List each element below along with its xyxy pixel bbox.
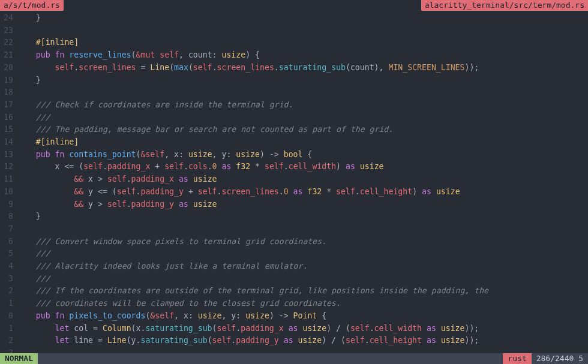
line-number: 11 [0,173,17,186]
code-content[interactable]: && y <= (self.padding_y + self.screen_li… [17,186,588,198]
code-line[interactable]: 24 } [0,12,588,25]
line-number: 5 [0,248,17,260]
line-number: 16 [0,112,17,124]
code-content[interactable]: let col = Column(x.saturating_sub(self.p… [17,323,588,335]
code-content[interactable]: && x > self.padding_x as usize [17,173,588,186]
code-line[interactable]: 23 [0,25,588,37]
buffer-path-short: a/s/t/mod.rs [0,0,64,11]
buffer-path-full: alacritty_terminal/src/term/mod.rs [421,0,588,11]
line-number: 0 [0,310,17,323]
line-number: 1 [0,297,17,310]
line-number: 13 [0,149,17,161]
code-line[interactable]: 1 let col = Column(x.saturating_sub(self… [0,323,588,335]
code-content[interactable]: let line = Line(y.saturating_sub(self.pa… [17,335,588,347]
line-number: 22 [0,37,17,49]
line-number: 1 [0,323,17,335]
code-content[interactable]: /// If the coordinates are outside of th… [17,285,588,297]
code-editor[interactable]: 24 }2322 #[inline]21 pub fn reserve_line… [0,11,588,364]
code-content[interactable]: x <= (self.padding_x + self.cols.0 as f3… [17,161,588,173]
language-indicator: rust [503,353,531,364]
line-number: 19 [0,74,17,87]
code-line[interactable]: 2 let line = Line(y.saturating_sub(self.… [0,335,588,347]
line-number: 21 [0,49,17,62]
code-content[interactable]: } [17,12,588,25]
code-line[interactable]: 21 pub fn reserve_lines(&mut self, count… [0,49,588,62]
line-number: 9 [0,198,17,211]
code-line[interactable]: 18 [0,86,588,99]
line-number: 20 [0,62,17,74]
code-content[interactable]: /// Convert window space pixels to termi… [17,236,588,248]
code-content[interactable]: #[inline] [17,37,588,49]
line-number: 17 [0,99,17,112]
code-content[interactable]: pub fn contains_point(&self, x: usize, y… [17,149,588,161]
line-number: 24 [0,12,17,25]
code-line[interactable]: 3 /// [0,273,588,285]
line-number: 6 [0,236,17,248]
line-number: 2 [0,335,17,347]
code-content[interactable]: /// The padding, message bar or search a… [17,124,588,136]
code-line[interactable]: 6 /// Convert window space pixels to ter… [0,236,588,248]
code-line[interactable]: 16 /// [0,112,588,124]
code-content[interactable]: /// Alacritty indeed looks just like a t… [17,260,588,273]
mode-indicator: NORMAL [0,353,38,364]
code-content[interactable]: } [17,210,588,223]
code-content[interactable]: /// [17,112,588,124]
code-line[interactable]: 11 && x > self.padding_x as usize [0,173,588,186]
code-line[interactable]: 15 /// The padding, message bar or searc… [0,124,588,136]
code-content[interactable]: /// Check if coordinates are inside the … [17,99,588,112]
code-content[interactable]: /// [17,273,588,285]
line-number: 14 [0,136,17,149]
code-content[interactable] [17,25,588,37]
code-content[interactable] [17,223,588,236]
line-number: 2 [0,285,17,297]
cursor-position: 286/2440 5 [532,353,588,364]
code-content[interactable]: && y > self.padding_y as usize [17,198,588,211]
top-bar: a/s/t/mod.rs alacritty_terminal/src/term… [0,0,588,11]
code-content[interactable]: #[inline] [17,136,588,149]
line-number: 18 [0,86,17,99]
code-line[interactable]: 10 && y <= (self.padding_y + self.screen… [0,186,588,198]
status-bar: NORMAL rust 286/2440 5 [0,353,588,364]
line-number: 8 [0,210,17,223]
code-line[interactable]: 4 /// Alacritty indeed looks just like a… [0,260,588,273]
code-line[interactable]: 9 && y > self.padding_y as usize [0,198,588,211]
code-line[interactable]: 7 [0,223,588,236]
code-content[interactable]: pub fn reserve_lines(&mut self, count: u… [17,49,588,62]
code-line[interactable]: 22 #[inline] [0,37,588,49]
code-line[interactable]: 14 #[inline] [0,136,588,149]
code-line[interactable]: 5 /// [0,248,588,260]
code-line[interactable]: 19 } [0,74,588,87]
line-number: 23 [0,25,17,37]
line-number: 7 [0,223,17,236]
code-line[interactable]: 12 x <= (self.padding_x + self.cols.0 as… [0,161,588,173]
line-number: 3 [0,273,17,285]
line-number: 4 [0,260,17,273]
code-line[interactable]: 2 /// If the coordinates are outside of … [0,285,588,297]
code-content[interactable] [17,86,588,99]
code-line[interactable]: 0 pub fn pixels_to_coords(&self, x: usiz… [0,310,588,323]
code-line[interactable]: 20 self.screen_lines = Line(max(self.scr… [0,62,588,74]
code-line[interactable]: 1 /// coordinates will be clamped to the… [0,297,588,310]
line-number: 10 [0,186,17,198]
code-line[interactable]: 17 /// Check if coordinates are inside t… [0,99,588,112]
code-content[interactable]: pub fn pixels_to_coords(&self, x: usize,… [17,310,588,323]
code-content[interactable]: /// coordinates will be clamped to the c… [17,297,588,310]
line-number: 12 [0,161,17,173]
code-line[interactable]: 13 pub fn contains_point(&self, x: usize… [0,149,588,161]
line-number: 15 [0,124,17,136]
code-content[interactable]: } [17,74,588,87]
code-line[interactable]: 8 } [0,210,588,223]
code-content[interactable]: self.screen_lines = Line(max(self.screen… [17,62,588,74]
code-content[interactable]: /// [17,248,588,260]
